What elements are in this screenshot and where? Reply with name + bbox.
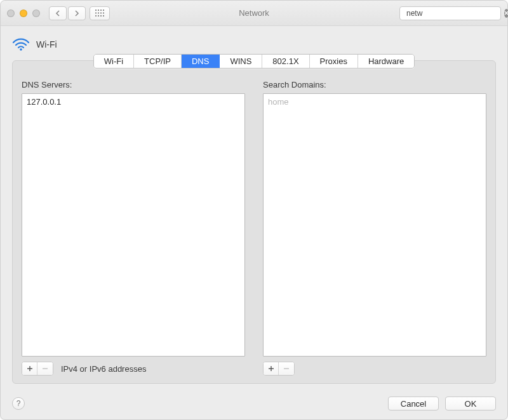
svg-rect-4 (95, 13, 97, 14)
svg-rect-1 (98, 10, 99, 11)
dns-servers-label: DNS Servers: (22, 80, 245, 89)
settings-panel: Wi-Fi TCP/IP DNS WINS 802.1X Proxies Har… (12, 60, 496, 384)
minus-icon (42, 365, 48, 372)
content-area: Wi-Fi Wi-Fi TCP/IP DNS WINS 802.1X Proxi… (1, 26, 507, 390)
plus-icon (27, 365, 33, 372)
back-button[interactable] (49, 6, 67, 20)
search-input[interactable] (406, 9, 502, 18)
svg-rect-7 (103, 13, 104, 14)
minimize-window-button[interactable] (20, 10, 27, 17)
search-domains-list[interactable]: home (263, 93, 486, 357)
search-domains-controls (263, 362, 486, 376)
dns-columns: DNS Servers: 127.0.0.1 (22, 80, 486, 376)
search-field-container (399, 6, 501, 20)
tab-tcpip[interactable]: TCP/IP (134, 55, 182, 68)
svg-rect-9 (98, 15, 99, 16)
interface-header: Wi-Fi (12, 37, 496, 51)
interface-label: Wi-Fi (36, 39, 57, 49)
tab-proxies[interactable]: Proxies (310, 55, 358, 68)
nav-group (49, 6, 86, 20)
tab-wifi[interactable]: Wi-Fi (94, 55, 134, 68)
help-icon: ? (17, 399, 21, 408)
footer: ? Cancel OK (1, 390, 507, 419)
close-icon (504, 11, 508, 15)
help-button[interactable]: ? (12, 397, 25, 410)
wifi-icon (12, 37, 30, 51)
cancel-button[interactable]: Cancel (388, 397, 439, 410)
titlebar: Network (1, 1, 507, 26)
svg-rect-11 (103, 15, 104, 16)
svg-rect-0 (95, 10, 97, 11)
grid-icon (95, 10, 104, 16)
add-dns-server-button[interactable] (22, 362, 37, 375)
clear-search-button[interactable] (504, 9, 508, 18)
svg-rect-2 (100, 10, 102, 11)
chevron-left-icon (55, 10, 60, 16)
show-all-button[interactable] (90, 6, 110, 20)
chevron-right-icon (74, 10, 79, 16)
search-domain-placeholder: home (267, 96, 482, 107)
close-window-button[interactable] (7, 10, 15, 17)
tab-wins[interactable]: WINS (220, 55, 262, 68)
search-domains-column: Search Domains: home (263, 80, 486, 376)
remove-search-domain-button[interactable] (279, 362, 294, 375)
tab-hardware[interactable]: Hardware (358, 55, 414, 68)
network-window: Network Wi-Fi (0, 0, 508, 420)
forward-button[interactable] (68, 6, 86, 20)
svg-rect-3 (103, 10, 104, 11)
zoom-window-button[interactable] (32, 10, 40, 17)
svg-point-14 (20, 48, 22, 51)
svg-rect-6 (100, 13, 102, 14)
search-domains-pm-group (263, 362, 295, 376)
remove-dns-server-button[interactable] (37, 362, 53, 375)
dns-servers-list[interactable]: 127.0.0.1 (22, 93, 245, 357)
dns-servers-column: DNS Servers: 127.0.0.1 (22, 80, 245, 376)
ok-button[interactable]: OK (445, 397, 496, 410)
search-domains-label: Search Domains: (263, 80, 486, 89)
tab-8021x[interactable]: 802.1X (262, 55, 309, 68)
dns-servers-controls: IPv4 or IPv6 addresses (22, 362, 245, 376)
plus-icon (268, 365, 274, 372)
dns-servers-hint: IPv4 or IPv6 addresses (61, 364, 146, 374)
add-search-domain-button[interactable] (264, 362, 279, 375)
svg-rect-8 (95, 15, 97, 16)
svg-rect-10 (100, 15, 102, 16)
dns-server-item[interactable]: 127.0.0.1 (26, 96, 241, 107)
dns-servers-pm-group (22, 362, 53, 376)
tab-bar: Wi-Fi TCP/IP DNS WINS 802.1X Proxies Har… (93, 54, 415, 69)
tab-dns[interactable]: DNS (182, 55, 220, 68)
window-controls (7, 10, 40, 17)
svg-rect-5 (98, 13, 99, 14)
minus-icon (283, 365, 290, 372)
